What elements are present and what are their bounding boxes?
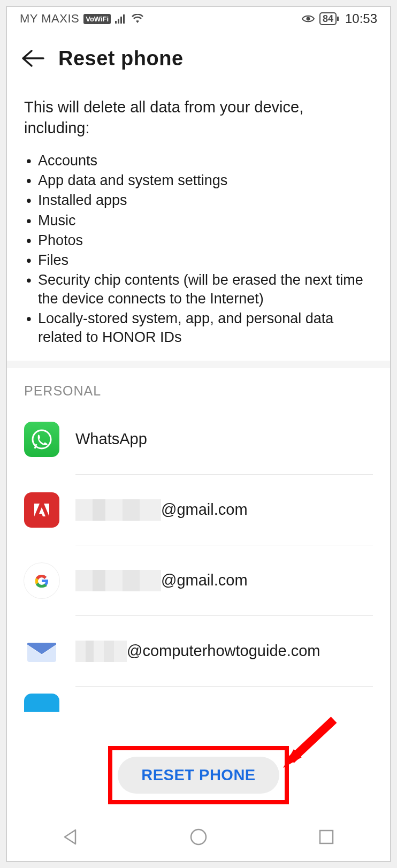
- clock: 10:53: [345, 11, 377, 26]
- reset-bullet-list: Accounts App data and system settings In…: [7, 149, 390, 361]
- account-item-adobe[interactable]: @gmail.com: [24, 475, 373, 545]
- redacted-text: [75, 499, 161, 521]
- annotation-highlight: RESET PHONE: [108, 746, 288, 804]
- arrow-left-icon: [21, 49, 44, 68]
- reset-description: This will delete all data from your devi…: [7, 84, 390, 149]
- system-nav-bar: [7, 813, 390, 861]
- redacted-text: [75, 570, 161, 591]
- list-item: Photos: [24, 231, 373, 250]
- page-title: Reset phone: [58, 47, 184, 70]
- list-item: Files: [24, 251, 373, 270]
- reset-button-bar: RESET PHONE: [7, 746, 390, 804]
- account-list: WhatsApp @gmail.com: [7, 404, 390, 719]
- section-label-personal: PERSONAL: [7, 368, 390, 404]
- generic-app-icon: [24, 694, 59, 712]
- square-recent-icon: [318, 829, 334, 845]
- carrier-label: MY MAXIS: [20, 12, 79, 26]
- account-item-google[interactable]: @gmail.com: [24, 545, 373, 616]
- section-divider: [7, 361, 390, 368]
- account-item-whatsapp[interactable]: WhatsApp: [24, 404, 373, 475]
- account-item-email[interactable]: @computerhowtoguide.com: [24, 616, 373, 687]
- whatsapp-icon: [24, 422, 59, 457]
- page-header: Reset phone: [7, 28, 390, 84]
- account-label: @computerhowtoguide.com: [127, 642, 320, 660]
- reset-phone-button[interactable]: RESET PHONE: [118, 757, 279, 794]
- nav-back-button[interactable]: [59, 826, 82, 848]
- back-button[interactable]: [20, 45, 45, 71]
- battery-percent: 84: [319, 12, 337, 25]
- list-item: Locally-stored system, app, and personal…: [24, 309, 373, 347]
- svg-rect-3: [123, 14, 125, 24]
- list-item: Security chip contents (will be erased t…: [24, 271, 373, 308]
- eye-icon: [301, 14, 315, 24]
- account-label: @gmail.com: [161, 501, 248, 519]
- status-bar: MY MAXIS VoWiFi 84 10:53: [7, 7, 390, 28]
- nav-recent-button[interactable]: [315, 826, 338, 848]
- adobe-icon: [24, 492, 59, 528]
- google-icon: [24, 563, 59, 598]
- svg-point-8: [191, 829, 206, 844]
- battery-icon: 84: [319, 12, 339, 25]
- svg-point-4: [306, 17, 310, 21]
- circle-home-icon: [189, 828, 208, 846]
- wifi-icon: [131, 14, 144, 24]
- triangle-back-icon: [62, 828, 80, 846]
- vowifi-badge: VoWiFi: [83, 14, 111, 24]
- svg-rect-1: [118, 19, 119, 24]
- list-item: Installed apps: [24, 191, 373, 210]
- svg-rect-2: [120, 17, 122, 24]
- svg-rect-0: [115, 21, 117, 24]
- list-item: App data and system settings: [24, 171, 373, 190]
- signal-icon: [115, 14, 127, 24]
- account-item-partial[interactable]: [24, 687, 373, 719]
- mail-icon: [24, 634, 59, 669]
- list-item: Music: [24, 211, 373, 230]
- redacted-text: [75, 641, 127, 662]
- account-label: @gmail.com: [161, 572, 248, 589]
- svg-rect-9: [320, 831, 333, 843]
- list-item: Accounts: [24, 151, 373, 170]
- account-label: WhatsApp: [75, 430, 147, 448]
- nav-home-button[interactable]: [187, 826, 210, 848]
